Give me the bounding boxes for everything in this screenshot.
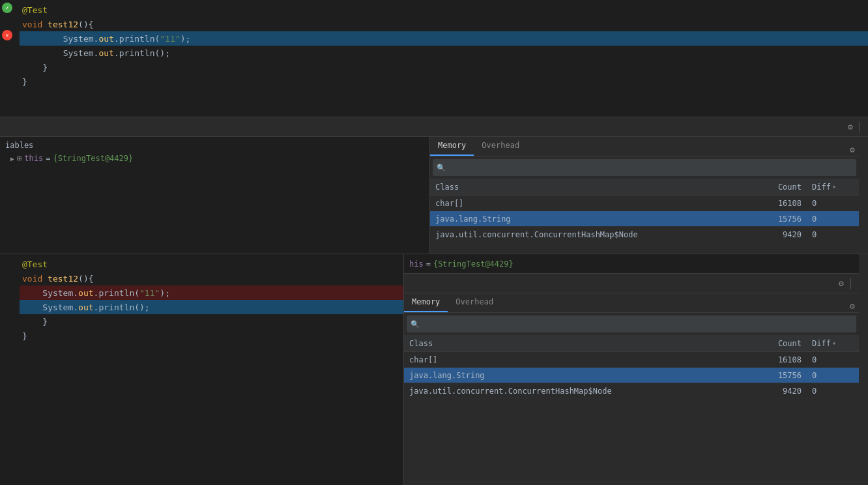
code-line-highlighted: System.out.println(); — [20, 300, 403, 314]
memory-table-header-top: Class Count Diff ▾ — [430, 179, 859, 196]
code-text: void test12(){ — [20, 274, 398, 284]
tab-overhead-top[interactable]: Overhead — [474, 137, 527, 156]
bottom-variables-bar: his = {StringTest@4429} — [404, 254, 859, 274]
code-text: } — [20, 63, 863, 72]
memory-row-selected[interactable]: java.lang.String 15756 0 — [430, 211, 859, 227]
memory-search-bottom: 🔍 — [407, 316, 856, 332]
row-diff: 0 — [807, 371, 859, 380]
col-count-bottom: Count — [729, 339, 807, 348]
tab-memory-top[interactable]: Memory — [430, 137, 474, 156]
row-count: 16108 — [729, 199, 807, 208]
memory-table-header-bottom: Class Count Diff ▾ — [404, 335, 859, 352]
code-line: } — [20, 329, 403, 343]
var-equals: = — [46, 154, 50, 163]
top-code-area: ✓ ✕ @Test void test12(){ System.out.prin… — [0, 0, 868, 117]
diff-sort-icon[interactable]: ▾ — [832, 183, 836, 190]
gutter-green-icon: ✓ — [2, 3, 12, 13]
bottom-toolbar: ⚙ — [404, 274, 859, 293]
code-line: } — [20, 74, 868, 89]
code-text: } — [20, 331, 398, 341]
top-code-panel: ✓ ✕ @Test void test12(){ System.out.prin… — [0, 0, 868, 117]
row-class: java.util.concurrent.ConcurrentHashMap$N… — [430, 230, 729, 239]
bottom-code-panel: @Test void test12(){ System.out.println(… — [0, 254, 404, 485]
memory-settings-icon[interactable]: ⚙ — [846, 143, 859, 156]
row-diff: 0 — [807, 214, 859, 224]
memory-panel-top: Memory Overhead ⚙ 🔍 Class Count Diff ▾ — [430, 137, 859, 254]
right-scrollbar-top — [859, 137, 868, 254]
code-line-highlighted: System.out.println("11"); — [20, 31, 868, 46]
bottom-memory-row-selected[interactable]: java.lang.String 15756 0 — [404, 368, 859, 383]
variables-title: iables — [5, 140, 424, 151]
memory-tabs: Memory Overhead ⚙ — [430, 137, 859, 156]
memory-search-top: 🔍 — [433, 159, 856, 176]
search-icon-bottom: 🔍 — [411, 320, 420, 329]
code-line: System.out.println(); — [20, 46, 868, 60]
row-diff: 0 — [807, 230, 859, 239]
row-class: java.util.concurrent.ConcurrentHashMap$N… — [404, 387, 729, 396]
bottom-memory-row[interactable]: char[] 16108 0 — [404, 352, 859, 368]
col-diff-top: Diff ▾ — [807, 183, 859, 192]
variable-item: ▶ ⊞ this = {StringTest@4429} — [5, 151, 424, 166]
row-count: 9420 — [729, 387, 807, 396]
col-diff-bottom: Diff ▾ — [807, 339, 859, 348]
memory-search-input-top[interactable] — [448, 163, 852, 172]
memory-row[interactable]: char[] 16108 0 — [430, 196, 859, 211]
divider — [850, 278, 851, 289]
row-class: java.lang.String — [404, 371, 729, 380]
memory-row[interactable]: java.util.concurrent.ConcurrentHashMap$N… — [430, 227, 859, 242]
code-annotation: @Test — [20, 259, 398, 269]
search-icon-top: 🔍 — [437, 164, 446, 172]
code-line: @Test — [20, 257, 403, 271]
tab-overhead-bottom[interactable]: Overhead — [448, 293, 501, 312]
variables-panel: iables ▶ ⊞ this = {StringTest@4429} — [0, 137, 430, 254]
bottom-variable-item: his = {StringTest@4429} — [409, 257, 514, 271]
code-annotation: @Test — [20, 5, 863, 15]
row-class: java.lang.String — [430, 214, 729, 224]
row-diff: 0 — [807, 355, 859, 364]
top-toolbar: ⚙ — [0, 117, 868, 137]
bottom-section: @Test void test12(){ System.out.println(… — [0, 254, 868, 485]
row-class: char[] — [404, 355, 729, 364]
tab-memory-bottom[interactable]: Memory — [404, 293, 448, 312]
col-class-top: Class — [430, 183, 729, 192]
bottom-settings-icon[interactable]: ⚙ — [835, 277, 848, 290]
code-line-red: System.out.println("11"); — [20, 286, 403, 300]
table-icon: ⊞ — [17, 154, 22, 163]
row-diff: 0 — [807, 387, 859, 396]
var-value: {StringTest@4429} — [53, 154, 133, 163]
code-text: System.out.println("11"); — [20, 288, 398, 298]
row-count: 15756 — [729, 214, 807, 224]
var-name: this — [24, 154, 43, 163]
bottom-memory-tabs: Memory Overhead ⚙ — [404, 293, 859, 313]
row-diff: 0 — [807, 199, 859, 208]
var-value: {StringTest@4429} — [433, 259, 514, 269]
row-count: 15756 — [729, 371, 807, 380]
code-line: @Test — [20, 3, 868, 17]
row-class: char[] — [430, 199, 729, 208]
expand-arrow-icon[interactable]: ▶ — [10, 155, 14, 162]
code-text: System.out.println(); — [20, 48, 863, 58]
settings-icon[interactable]: ⚙ — [844, 121, 857, 134]
bottom-memory-settings-icon[interactable]: ⚙ — [846, 299, 859, 312]
var-equals: = — [426, 259, 431, 269]
diff-sort-icon-bottom[interactable]: ▾ — [832, 340, 836, 347]
bottom-memory-panel: Memory Overhead ⚙ 🔍 Class Count — [404, 293, 859, 485]
divider — [860, 122, 860, 132]
var-name: his — [409, 259, 424, 269]
code-line: void test12(){ — [20, 271, 403, 286]
col-class-bottom: Class — [404, 339, 729, 348]
bottom-right-area: his = {StringTest@4429} ⚙ Memory Overhea… — [404, 254, 859, 485]
bottom-memory-row[interactable]: java.util.concurrent.ConcurrentHashMap$N… — [404, 383, 859, 399]
memory-search-input-bottom[interactable] — [422, 319, 852, 329]
code-text: } — [20, 77, 863, 87]
row-count: 16108 — [729, 355, 807, 364]
middle-section: iables ▶ ⊞ this = {StringTest@4429} Memo… — [0, 137, 868, 254]
code-line: } — [20, 314, 403, 329]
code-text: void test12(){ — [20, 20, 863, 29]
row-count: 9420 — [729, 230, 807, 239]
col-count-top: Count — [729, 183, 807, 192]
code-text: System.out.println("11"); — [20, 34, 863, 44]
code-line: } — [20, 60, 868, 74]
code-text: System.out.println(); — [20, 302, 398, 312]
code-text: } — [20, 317, 398, 327]
